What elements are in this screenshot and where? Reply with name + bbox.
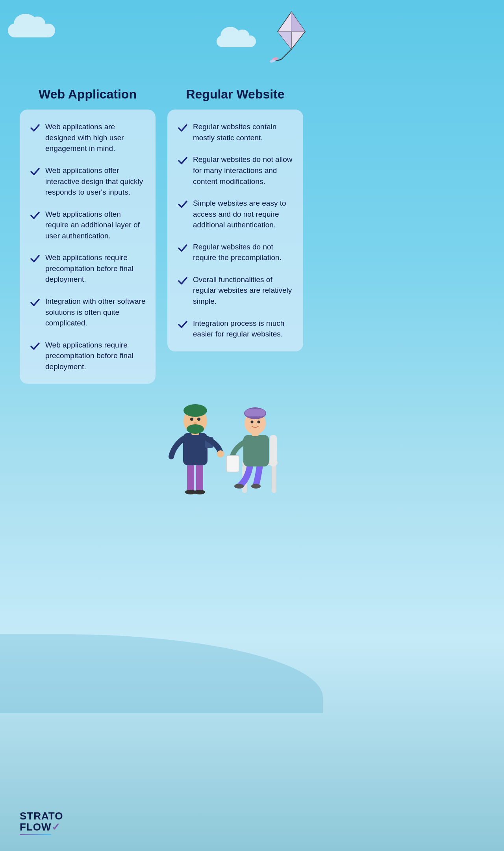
checkmark-icon <box>30 166 41 177</box>
list-item: Web applications are designed with high … <box>30 121 146 154</box>
svg-rect-24 <box>270 435 277 466</box>
svg-rect-11 <box>183 433 208 465</box>
checkmark-icon <box>177 275 188 286</box>
list-item: Web applications require precompitation … <box>30 252 146 285</box>
list-item: Regular websites do not allow for many i… <box>177 154 293 187</box>
list-item: Integration process is much easier for r… <box>177 318 293 340</box>
website-header: Regular Website <box>167 87 303 102</box>
webapp-item-5: Integration with other software solution… <box>45 296 146 329</box>
list-item: Web applications offer interactive desig… <box>30 165 146 198</box>
svg-point-19 <box>197 418 200 421</box>
svg-point-13 <box>217 450 224 457</box>
website-item-1: Regular websites contain mostly static c… <box>193 121 293 143</box>
list-item: Web applications require precompitation … <box>30 340 146 372</box>
logo: STRATO FLOW✓ <box>20 810 63 835</box>
logo-line1: STRATO <box>20 810 63 822</box>
checkmark-icon <box>177 122 188 133</box>
svg-point-17 <box>187 424 204 434</box>
website-item-2: Regular websites do not allow for many i… <box>193 154 293 187</box>
checkmark-icon <box>177 319 188 330</box>
svg-point-16 <box>183 404 207 417</box>
svg-point-33 <box>251 421 254 424</box>
webapp-header: Web Application <box>20 87 156 102</box>
logo-text: STRATO FLOW✓ <box>20 810 63 833</box>
list-item: Regular websites contain mostly static c… <box>177 121 293 143</box>
webapp-item-3: Web applications often require an additi… <box>45 209 146 242</box>
checkmark-icon <box>30 340 41 351</box>
list-item: Overall functionalities of regular websi… <box>177 274 293 307</box>
webapp-item-1: Web applications are designed with high … <box>45 121 146 154</box>
webapp-card: Web applications are designed with high … <box>20 110 156 384</box>
svg-rect-8 <box>196 463 203 492</box>
checkmark-icon <box>177 199 188 210</box>
logo-underline <box>20 834 51 835</box>
svg-point-18 <box>190 418 193 421</box>
website-item-5: Overall functionalities of regular websi… <box>193 274 293 307</box>
webapp-item-2: Web applications offer interactive desig… <box>45 165 146 198</box>
logo-accent: ✓ <box>52 821 61 833</box>
webapp-title: Web Application <box>20 87 156 102</box>
website-card: Regular websites contain mostly static c… <box>167 110 303 351</box>
svg-point-34 <box>258 421 260 424</box>
website-item-6: Integration process is much easier for r… <box>193 318 293 340</box>
columns-body: Web applications are designed with high … <box>20 110 303 384</box>
svg-rect-32 <box>245 409 265 416</box>
svg-point-25 <box>234 484 244 489</box>
svg-point-20 <box>194 422 197 424</box>
svg-rect-27 <box>243 435 269 466</box>
checkmark-icon <box>177 242 188 253</box>
checkmark-icon <box>30 122 41 133</box>
svg-rect-22 <box>272 465 276 493</box>
checkmark-icon <box>30 297 41 308</box>
webapp-item-4: Web applications require precompitation … <box>45 252 146 285</box>
website-title: Regular Website <box>167 87 303 102</box>
list-item: Simple websites are easy to access and d… <box>177 198 293 230</box>
svg-rect-28 <box>226 455 239 472</box>
wave-decoration <box>0 634 323 713</box>
checkmark-icon <box>30 253 41 264</box>
list-item: Integration with other software solution… <box>30 296 146 329</box>
checkmark-icon <box>177 155 188 166</box>
svg-rect-7 <box>187 463 194 492</box>
list-item: Web applications often require an additi… <box>30 209 146 242</box>
svg-point-26 <box>251 484 261 489</box>
website-item-4: Regular websites do not require the prec… <box>193 242 293 263</box>
columns-header: Web Application Regular Website <box>20 87 303 102</box>
checkmark-icon <box>30 210 41 221</box>
webapp-item-6: Web applications require precompitation … <box>45 340 146 372</box>
logo-line2: FLOW✓ <box>20 821 63 833</box>
list-item: Regular websites do not require the prec… <box>177 242 293 263</box>
website-item-3: Simple websites are easy to access and d… <box>193 198 293 230</box>
characters-illustration <box>20 376 303 502</box>
svg-point-10 <box>194 490 205 494</box>
